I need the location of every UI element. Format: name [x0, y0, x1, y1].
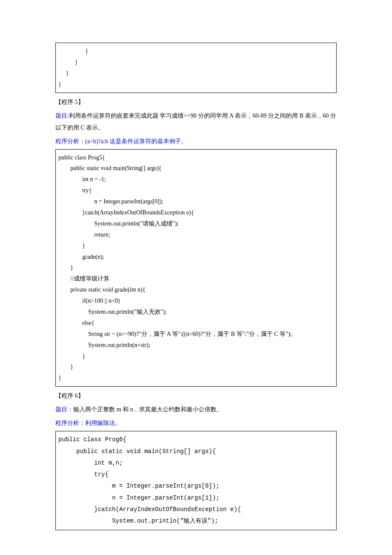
document-page: } } } } 【程序 5】 题目:利用条件运算符的嵌套来完成此题 学习成绩>=… — [0, 0, 392, 555]
prog6-question: 题目：输入两个正整数 m 和 n，求其最大公约数和最小公倍数。 — [55, 404, 337, 416]
code-content-1: } } } } — [58, 46, 334, 90]
prog6-analysis: 程序分析：利用辗除法。 — [55, 417, 337, 429]
prog5-title: 【程序 5】 — [55, 96, 337, 108]
prog5-question-prefix: 题目: — [55, 113, 69, 119]
code-block-3: public class Prog6{ public static void m… — [55, 431, 337, 530]
prog6-analysis-body: 利用辗除法。 — [85, 420, 121, 426]
code-block-1: } } } } — [55, 43, 337, 93]
prog6-question-prefix: 题目： — [55, 406, 73, 413]
prog6-analysis-label: 程序分析： — [55, 420, 85, 426]
prog5-question: 题目:利用条件运算符的嵌套来完成此题 学习成绩>=90 分的同学用 A 表示，6… — [55, 110, 337, 134]
prog6-question-body: 输入两个正整数 m 和 n，求其最大公约数和最小公倍数。 — [73, 406, 222, 413]
prog5-analysis-label: 程序分析： — [55, 138, 85, 145]
code-block-2: public class Prog5{ public static void m… — [55, 149, 337, 387]
prog5-question-body: 利用条件运算符的嵌套来完成此题 学习成绩>=90 分的同学用 A 表示，60-8… — [55, 113, 336, 131]
code-content-3: public class Prog6{ public static void m… — [58, 434, 334, 527]
prog6-title: 【程序 6】 — [55, 390, 337, 402]
prog5-analysis: 程序分析：(a>b)?a:b 这是条件运算符的基本例子。 — [55, 136, 337, 147]
prog5-analysis-body: (a>b)?a:b 这是条件运算符的基本例子。 — [85, 138, 187, 145]
code-content-2: public class Prog5{ public static void m… — [58, 152, 334, 384]
